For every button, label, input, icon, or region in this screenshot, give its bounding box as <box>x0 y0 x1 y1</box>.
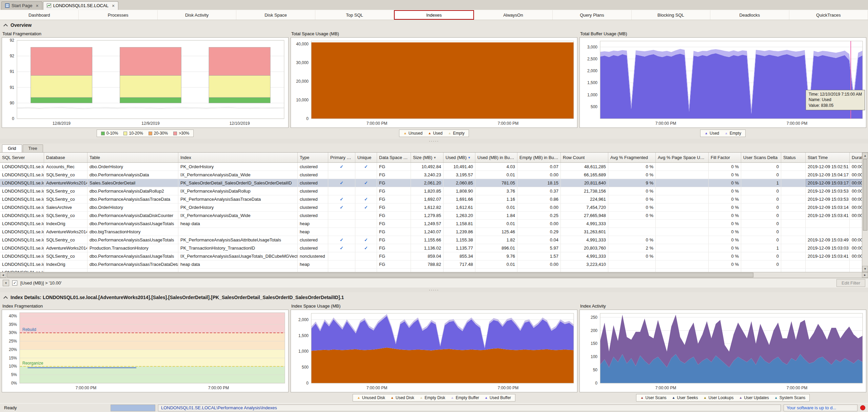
cell-size: 1,612.82 <box>411 203 443 211</box>
tab-grid[interactable]: Grid <box>2 144 22 152</box>
svg-text:1,000: 1,000 <box>298 349 309 354</box>
checkmark-icon: ✓ <box>340 205 343 210</box>
scroll-right-icon[interactable]: ► <box>862 272 868 278</box>
tab-close-icon[interactable]: × <box>112 3 115 8</box>
col-header-size[interactable]: Size (MB)▼ <box>411 153 443 162</box>
table-row[interactable]: LONDONSQL01.se.localSQLSentry_codbo.Perf… <box>0 195 862 203</box>
cell-status <box>781 220 806 228</box>
cell-fill: 0 % <box>709 163 741 171</box>
filter-checkbox[interactable]: ✓ <box>12 280 17 286</box>
nav-item-processes[interactable]: Processes <box>79 10 157 20</box>
table-row[interactable]: LONDONSQL01.se.localSQLSentry_codbo.Perf… <box>0 212 862 220</box>
table-row[interactable]: LONDONSQL01.se.localSQLSentry_codbo.Perf… <box>0 252 862 260</box>
vscroll-thumb[interactable] <box>863 159 867 231</box>
collapse-chevron-icon[interactable] <box>3 24 8 28</box>
tab-close-icon[interactable]: × <box>36 3 38 8</box>
cell-row_count: 20,803,760 <box>561 244 608 252</box>
scroll-up-icon[interactable]: ▲ <box>862 153 868 159</box>
cell-used: 717.48 <box>443 260 475 268</box>
nav-item-disk-activity[interactable]: Disk Activity <box>158 10 236 20</box>
total-space-chart[interactable]: 010,00020,00030,00040,0007:00:00 PM7:00:… <box>291 37 577 128</box>
col-header-database[interactable]: Database <box>44 153 87 162</box>
total-fragmentation-chart[interactable]: 0909191929212/8/201912/9/201912/10/2019 <box>2 37 289 128</box>
nav-item-disk-space[interactable]: Disk Space <box>236 10 315 20</box>
col-header-status[interactable]: Status <box>781 153 806 162</box>
cell-avg_page <box>656 203 709 211</box>
nav-item-dashboard[interactable]: Dashboard <box>0 10 79 20</box>
hscroll-thumb[interactable] <box>7 273 753 277</box>
edit-filter-button[interactable]: Edit Filter <box>836 279 865 287</box>
index-fragmentation-chart[interactable]: 0%5%10%15%20%25%30%35%40%RebuildReorgani… <box>2 310 289 392</box>
cell-database: AdventureWorks2014 <box>44 179 87 187</box>
col-header-type[interactable]: Type <box>298 153 328 162</box>
nav-item-deadlocks[interactable]: Deadlocks <box>710 10 789 20</box>
splitter-handle[interactable]: ····· <box>0 288 868 292</box>
total-space-panel: Total Space Usage (MB) 010,00020,00030,0… <box>291 31 577 138</box>
close-filter-icon[interactable]: × <box>3 280 9 286</box>
collapse-chevron-icon[interactable] <box>3 296 8 300</box>
col-header-server[interactable]: SQL Server <box>0 153 44 162</box>
index-activity-chart[interactable]: 0501001502002507:00:00 PM7:00:00 PM <box>579 310 866 392</box>
nav-item-indexes[interactable]: Indexes <box>394 10 474 20</box>
col-header-row_count[interactable]: Row Count <box>561 153 608 162</box>
nav-item-quicktraces[interactable]: QuickTraces <box>789 10 868 20</box>
table-row[interactable]: LONDONSQL01.se.localAdventureWorks2014Sa… <box>0 179 862 187</box>
nav-item-top-sql[interactable]: Top SQL <box>315 10 394 20</box>
scroll-left-icon[interactable]: ◄ <box>0 272 6 278</box>
col-header-unique[interactable]: Unique <box>355 153 377 162</box>
cell-database: SQLSentry_co <box>44 212 87 219</box>
chart-legend: ▲Unused Disk▲Used Disk▲Empty Disk▲Empty … <box>291 393 577 402</box>
update-notice[interactable]: Your software is up to d... <box>784 405 857 411</box>
col-header-index[interactable]: Index <box>178 153 298 162</box>
cell-scans: 0 <box>741 195 781 203</box>
col-header-pk[interactable]: Primary Key <box>328 153 355 162</box>
table-row[interactable]: LONDONSQL01.se.local <box>0 269 862 272</box>
col-header-table[interactable]: Table <box>87 153 178 162</box>
table-row[interactable]: LONDONSQL01.se.localSQLSentry_codbo.Perf… <box>0 236 862 244</box>
svg-text:12/8/2019: 12/8/2019 <box>53 121 71 126</box>
chart-legend <box>2 393 289 402</box>
table-row[interactable]: LONDONSQL01.se.localAdventureWorks2014db… <box>0 228 862 236</box>
checkmark-icon: ✓ <box>364 180 368 185</box>
total-buffer-chart[interactable]: 5001,0001,5002,0002,5003,0007:00:00 PM7:… <box>579 37 866 128</box>
nav-item-blocking-sql[interactable]: Blocking SQL <box>632 10 710 20</box>
col-header-used[interactable]: Used (MB)▼ <box>443 153 475 162</box>
col-header-used_buf[interactable]: Used (MB) in Buffer <box>475 153 517 162</box>
horizontal-scrollbar[interactable]: ◄ ► <box>0 272 868 278</box>
table-row[interactable]: LONDONSQL01.se.localSQLSentry_codbo.Perf… <box>0 171 862 179</box>
legend-item: ▲Empty Disk <box>419 395 445 400</box>
table-row[interactable]: LONDONSQL01.se.localAccounts_Recdbo.Orde… <box>0 163 862 171</box>
cell-size: 1,692.07 <box>411 195 443 203</box>
scroll-down-icon[interactable]: ▼ <box>862 266 868 272</box>
col-header-avg_page[interactable]: Avg % Page Space Used <box>656 153 709 162</box>
doc-tab-start-page[interactable]: Start Page× <box>1 1 42 10</box>
col-header-start[interactable]: Start Time <box>806 153 850 162</box>
cell-duration <box>850 228 862 236</box>
col-header-fill[interactable]: Fill Factor <box>709 153 741 162</box>
cell-avg_page <box>656 171 709 179</box>
cell-server: LONDONSQL01.se.local <box>0 220 44 228</box>
nav-item-alwayson[interactable]: AlwaysOn <box>474 10 553 20</box>
col-header-dst[interactable]: Data Space Type <box>377 153 411 162</box>
vertical-scrollbar[interactable]: ▲ ▼ <box>862 153 868 272</box>
table-row[interactable]: LONDONSQL01.se.localSalesArchivedbo.Orde… <box>0 203 862 212</box>
col-header-duration[interactable]: Duration <box>850 153 862 162</box>
cell-dst <box>377 269 411 272</box>
cell-avg_page <box>656 228 709 236</box>
col-header-scans[interactable]: User Scans Delta <box>741 153 781 162</box>
filter-funnel-icon[interactable]: ▼ <box>468 156 471 159</box>
index-space-chart[interactable]: 05001,0001,5002,0007:00:00 PM7:00:00 PM <box>291 310 577 392</box>
table-row[interactable]: LONDONSQL01.se.localSQLSentry_codbo.Perf… <box>0 187 862 195</box>
cell-row_count: 20,811,640 <box>561 179 608 187</box>
col-header-empty_buf[interactable]: Empty (MB) in Buffer <box>517 153 561 162</box>
doc-tab-server[interactable]: LONDONSQL01.SE.LOCAL× <box>43 1 118 10</box>
table-row[interactable]: LONDONSQL01.se.localIndexOrigdbo.Perform… <box>0 220 862 228</box>
tab-tree[interactable]: Tree <box>23 144 43 152</box>
nav-item-query-plans[interactable]: Query Plans <box>553 10 631 20</box>
col-header-avg_frag[interactable]: Avg % Fragmented <box>608 153 656 162</box>
table-row[interactable]: LONDONSQL01.se.localIndexOrigdbo.Perform… <box>0 260 862 269</box>
cell-duration: 00:00:00.000 <box>850 187 862 195</box>
alert-indicator-icon[interactable] <box>860 405 865 410</box>
table-row[interactable]: LONDONSQL01.se.localAdventureWorks2014Pr… <box>0 244 862 252</box>
splitter-handle[interactable]: ····· <box>0 139 868 143</box>
